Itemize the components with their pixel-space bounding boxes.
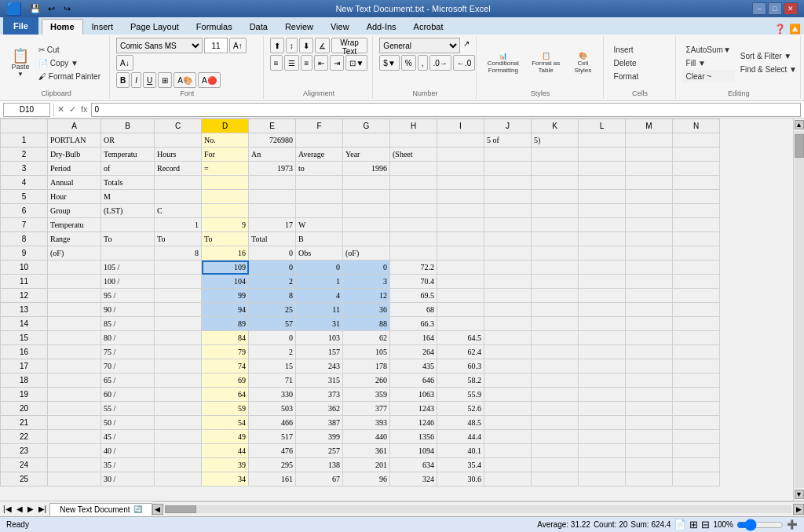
cell-J2[interactable] — [484, 148, 532, 162]
cell-K23[interactable] — [532, 444, 579, 458]
cell-E20[interactable]: 503 — [249, 402, 296, 416]
cell-B24[interactable]: 35 / — [101, 458, 155, 472]
cell-G22[interactable]: 440 — [343, 430, 390, 444]
cell-A23[interactable] — [48, 444, 101, 458]
col-header-k[interactable]: K — [532, 119, 579, 133]
cell-H25[interactable]: 324 — [390, 472, 437, 486]
cell-D21[interactable]: 54 — [202, 416, 249, 430]
cell-I9[interactable] — [437, 246, 484, 261]
cell-E1[interactable]: 726980 — [249, 133, 296, 148]
cell-H12[interactable]: 69.5 — [390, 289, 437, 303]
cell-G16[interactable]: 105 — [343, 345, 390, 359]
cell-E21[interactable]: 466 — [249, 416, 296, 430]
cell-M22[interactable] — [626, 430, 673, 444]
cell-I10[interactable] — [437, 261, 484, 275]
cell-C3[interactable]: Record — [155, 162, 202, 176]
cell-K9[interactable] — [532, 246, 579, 261]
cell-C11[interactable] — [155, 275, 202, 289]
row-header-22[interactable]: 22 — [1, 430, 48, 444]
row-header-12[interactable]: 12 — [1, 289, 48, 303]
cell-D7[interactable]: 9 — [202, 218, 249, 232]
cell-M24[interactable] — [626, 458, 673, 472]
cell-G17[interactable]: 178 — [343, 359, 390, 373]
cell-K22[interactable] — [532, 430, 579, 444]
cell-C21[interactable] — [155, 416, 202, 430]
cell-M14[interactable] — [626, 317, 673, 331]
cell-G11[interactable]: 3 — [343, 275, 390, 289]
hscroll-right-btn[interactable]: ▶ — [793, 504, 804, 515]
cell-B21[interactable]: 50 / — [101, 416, 155, 430]
cell-D9[interactable]: 16 — [202, 246, 249, 261]
cell-D25[interactable]: 34 — [202, 472, 249, 486]
cell-G21[interactable]: 393 — [343, 416, 390, 430]
cell-E15[interactable]: 0 — [249, 331, 296, 345]
cell-F3[interactable]: to — [296, 162, 343, 176]
cell-D12[interactable]: 99 — [202, 289, 249, 303]
cell-L7[interactable] — [579, 218, 626, 232]
cell-M8[interactable] — [626, 232, 673, 246]
cell-H22[interactable]: 1356 — [390, 430, 437, 444]
cell-A12[interactable] — [48, 289, 101, 303]
cell-L25[interactable] — [579, 472, 626, 486]
cell-M11[interactable] — [626, 275, 673, 289]
cell-F15[interactable]: 103 — [296, 331, 343, 345]
help-icon[interactable]: ❓ — [774, 24, 786, 35]
cell-M23[interactable] — [626, 444, 673, 458]
cell-I1[interactable] — [437, 133, 484, 148]
insert-btn[interactable]: Insert — [610, 43, 643, 56]
cell-E2[interactable]: An — [249, 148, 296, 162]
currency-btn[interactable]: $▼ — [379, 55, 399, 71]
cell-J11[interactable] — [484, 275, 532, 289]
cell-C4[interactable] — [155, 176, 202, 190]
sheet-last-btn[interactable]: ▶| — [37, 505, 49, 513]
cell-K7[interactable] — [532, 218, 579, 232]
cell-A1[interactable]: PORTLAN — [48, 133, 101, 148]
cell-C22[interactable] — [155, 430, 202, 444]
cell-L1[interactable] — [579, 133, 626, 148]
scroll-down-btn[interactable]: ▼ — [795, 490, 804, 499]
cell-C23[interactable] — [155, 444, 202, 458]
cell-N19[interactable] — [673, 388, 720, 402]
cell-B10[interactable]: 105 / — [101, 261, 155, 275]
cell-H23[interactable]: 1094 — [390, 444, 437, 458]
cell-N22[interactable] — [673, 430, 720, 444]
cell-B19[interactable]: 60 / — [101, 388, 155, 402]
cell-I17[interactable]: 60.3 — [437, 359, 484, 373]
insert-function-icon[interactable]: fx — [81, 104, 88, 115]
cell-N10[interactable] — [673, 261, 720, 275]
cell-G4[interactable] — [343, 176, 390, 190]
cell-B12[interactable]: 95 / — [101, 289, 155, 303]
cell-D11[interactable]: 104 — [202, 275, 249, 289]
cell-N9[interactable] — [673, 246, 720, 261]
cell-G7[interactable] — [343, 218, 390, 232]
cell-N2[interactable] — [673, 148, 720, 162]
cell-M3[interactable] — [626, 162, 673, 176]
cell-I19[interactable]: 55.9 — [437, 388, 484, 402]
cell-E3[interactable]: 1973 — [249, 162, 296, 176]
row-header-13[interactable]: 13 — [1, 303, 48, 317]
cell-C20[interactable] — [155, 402, 202, 416]
cell-C14[interactable] — [155, 317, 202, 331]
cell-M19[interactable] — [626, 388, 673, 402]
cell-C17[interactable] — [155, 359, 202, 373]
cell-D5[interactable] — [202, 190, 249, 204]
cell-L13[interactable] — [579, 303, 626, 317]
cell-I25[interactable]: 30.6 — [437, 472, 484, 486]
sheet-next-btn[interactable]: ▶ — [26, 505, 35, 513]
cell-D14[interactable]: 89 — [202, 317, 249, 331]
row-header-19[interactable]: 19 — [1, 388, 48, 402]
cell-A16[interactable] — [48, 345, 101, 359]
cell-M12[interactable] — [626, 289, 673, 303]
cell-K25[interactable] — [532, 472, 579, 486]
cell-E14[interactable]: 57 — [249, 317, 296, 331]
cell-M9[interactable] — [626, 246, 673, 261]
fill-color-button[interactable]: A🎨 — [174, 72, 196, 88]
cell-C15[interactable] — [155, 331, 202, 345]
border-button[interactable]: ⊞ — [158, 72, 172, 88]
cell-C13[interactable] — [155, 303, 202, 317]
cell-J8[interactable] — [484, 232, 532, 246]
cell-A15[interactable] — [48, 331, 101, 345]
cell-N14[interactable] — [673, 317, 720, 331]
cell-A19[interactable] — [48, 388, 101, 402]
row-header-10[interactable]: 10 — [1, 261, 48, 275]
